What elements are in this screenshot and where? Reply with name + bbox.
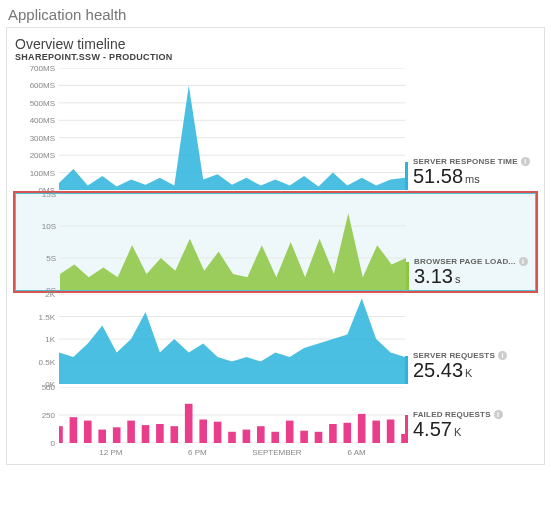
metric-bar [406, 262, 409, 290]
svg-rect-32 [228, 432, 236, 443]
metric-bar [405, 356, 408, 384]
chart-failed-requests: 5002500 [15, 387, 405, 443]
metric-server-requests[interactable]: SERVER REQUESTS i 25.43K [405, 294, 536, 384]
svg-rect-43 [387, 420, 395, 444]
svg-rect-36 [286, 421, 294, 443]
svg-rect-42 [372, 421, 380, 443]
svg-rect-37 [300, 431, 308, 443]
metric-bar [405, 415, 408, 443]
metric-value: 51.58ms [413, 166, 536, 186]
metric-value: 3.13s [414, 266, 535, 286]
svg-rect-28 [171, 426, 179, 443]
metric-failed-requests[interactable]: FAILED REQUESTS i 4.57K [405, 387, 536, 443]
info-icon[interactable]: i [521, 157, 530, 166]
svg-rect-21 [70, 417, 78, 443]
row-server-response-time[interactable]: 700MS600MS500MS400MS300MS200MS100MS0MS S… [15, 68, 536, 190]
svg-rect-22 [84, 421, 92, 443]
svg-rect-29 [185, 404, 193, 443]
row-failed-requests[interactable]: 5002500 FAILED REQUESTS i 4.57K [15, 387, 536, 443]
xaxis: 12 PM6 PMSEPTEMBER6 AM [59, 446, 405, 460]
svg-rect-26 [142, 425, 150, 443]
info-icon[interactable]: i [519, 257, 528, 266]
info-icon[interactable]: i [494, 410, 503, 419]
chart-server-requests: 2K1.5K1K0.5K0K [15, 294, 405, 384]
svg-rect-25 [127, 421, 135, 443]
metric-value: 25.43K [413, 360, 536, 380]
svg-rect-39 [329, 424, 337, 443]
svg-rect-27 [156, 424, 164, 443]
svg-rect-20 [59, 426, 63, 443]
page-title: Application health [0, 0, 551, 27]
svg-rect-38 [315, 432, 323, 443]
metric-value: 4.57K [413, 419, 536, 439]
metric-server-response[interactable]: SERVER RESPONSE TIME i 51.58ms [405, 68, 536, 190]
row-browser-page-load[interactable]: 15S10S5S0S BROWSER PAGE LOAD... i 3.13s [15, 193, 536, 291]
card-title: Overview timeline [15, 36, 536, 52]
chart-browser-load: 15S10S5S0S [16, 194, 406, 290]
card-subtitle: SHAREPOINT.SSW - PRODUCTION [15, 52, 536, 62]
svg-rect-30 [199, 420, 207, 444]
svg-rect-23 [98, 430, 106, 443]
svg-rect-35 [271, 432, 279, 443]
svg-rect-40 [344, 423, 352, 443]
svg-rect-34 [257, 426, 265, 443]
svg-rect-33 [243, 430, 251, 443]
metric-bar [405, 162, 408, 190]
overview-card: Overview timeline SHAREPOINT.SSW - PRODU… [6, 27, 545, 465]
info-icon[interactable]: i [498, 351, 507, 360]
svg-rect-31 [214, 422, 222, 443]
chart-server-response: 700MS600MS500MS400MS300MS200MS100MS0MS [15, 68, 405, 190]
svg-rect-24 [113, 427, 121, 443]
row-server-requests[interactable]: 2K1.5K1K0.5K0K SERVER REQUESTS i 25.43K [15, 294, 536, 384]
metric-browser-load[interactable]: BROWSER PAGE LOAD... i 3.13s [406, 194, 535, 290]
svg-rect-41 [358, 414, 366, 443]
